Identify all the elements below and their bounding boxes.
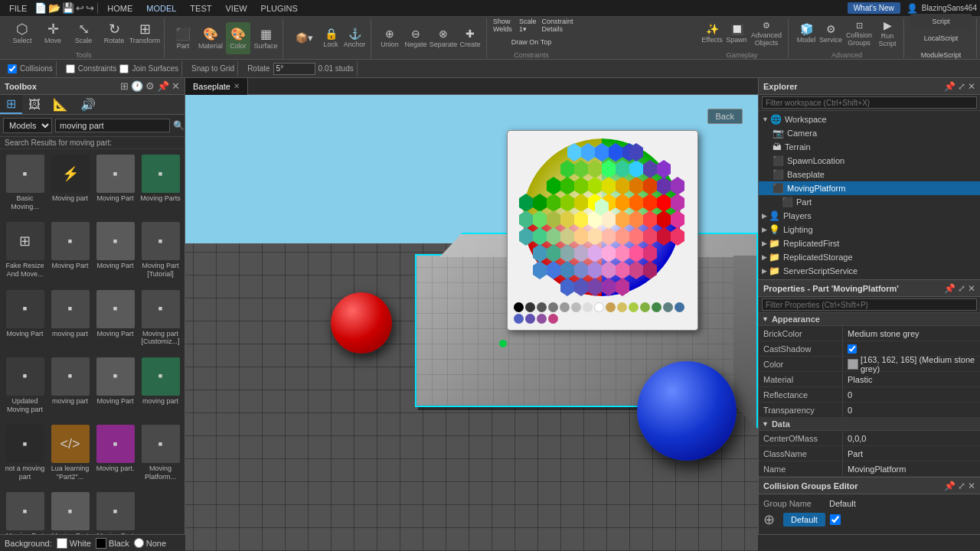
explorer-search-input[interactable] xyxy=(762,96,977,109)
menu-file[interactable]: FILE xyxy=(3,2,33,15)
swatch-dk-gray[interactable] xyxy=(525,302,535,312)
tree-expand-arrow[interactable]: ▶ xyxy=(762,226,767,233)
tool-item[interactable]: ▪Moving Platform... xyxy=(139,422,182,488)
swatch-yellow-gold[interactable] xyxy=(617,302,627,312)
swatch-white[interactable] xyxy=(594,302,604,312)
tree-expand-arrow[interactable]: ▶ xyxy=(762,267,767,275)
material-btn[interactable]: 🎨 Material xyxy=(198,22,223,54)
tree-item-replicatedstorage[interactable]: ▶📁ReplicatedStorage xyxy=(759,250,980,264)
rotate-btn[interactable]: ↻ Rotate xyxy=(100,18,129,50)
draw-on-top-btn[interactable]: Draw On Top xyxy=(508,34,554,50)
bg-black-option[interactable]: Black xyxy=(96,538,129,549)
small-green-dot[interactable] xyxy=(499,340,507,347)
undo-icon[interactable]: ↩ xyxy=(76,2,84,14)
class-name-value[interactable]: Part xyxy=(843,449,980,458)
tool-item[interactable]: ▪Moving Part xyxy=(3,288,47,354)
models-dropdown[interactable]: Models xyxy=(3,118,52,133)
tool-item[interactable]: ⊞Fake Resize And Move... xyxy=(3,220,47,285)
swatch-lighter-gray[interactable] xyxy=(571,302,581,312)
transparency-value[interactable]: 0 xyxy=(843,406,980,415)
scale-btn[interactable]: ⤡ Scale xyxy=(69,18,98,50)
join-surfaces-checkbox[interactable] xyxy=(119,64,129,73)
data-section[interactable]: ▼ Data xyxy=(759,418,980,431)
menu-plugins[interactable]: PLUGINS xyxy=(255,2,304,15)
tree-item-part[interactable]: ⬛Part xyxy=(759,195,980,209)
rotate-value-input[interactable] xyxy=(273,63,315,75)
brick-color-value[interactable]: Medium stone grey xyxy=(843,329,980,338)
bg-white-option[interactable]: White xyxy=(57,538,91,549)
group-btn[interactable]: 📦▾ xyxy=(289,22,318,54)
blue-sphere[interactable] xyxy=(637,361,737,461)
explorer-expand-icon[interactable]: ⤢ xyxy=(958,81,965,92)
cast-shadow-value[interactable] xyxy=(843,344,980,354)
swatch-yellow-green[interactable] xyxy=(629,302,639,312)
props-lock-icon[interactable]: 📌 xyxy=(944,283,956,294)
color-btn[interactable]: 🎨 Color xyxy=(226,22,250,54)
tree-expand-arrow[interactable]: ▶ xyxy=(762,240,767,247)
swatch-black[interactable] xyxy=(514,302,524,312)
whats-new-btn[interactable]: What's New xyxy=(848,2,900,14)
props-expand-icon[interactable]: ⤢ xyxy=(958,283,965,294)
negate-btn[interactable]: ⊖ Negate xyxy=(403,22,428,54)
default-group-btn[interactable]: Default xyxy=(783,513,825,527)
script-btn[interactable]: Script xyxy=(910,14,972,29)
add-collision-group-icon[interactable]: ⊕ xyxy=(763,511,779,528)
tool-item[interactable]: ▪not a moving part xyxy=(3,422,47,488)
color-wheel-svg[interactable] xyxy=(514,137,690,298)
tree-item-replicatedfirst[interactable]: ▶📁ReplicatedFirst xyxy=(759,236,980,250)
center-of-mass-value[interactable]: 0,0,0 xyxy=(843,434,980,443)
tool-item[interactable]: ▪Basic Moving... xyxy=(3,152,47,218)
anchor-btn[interactable]: ⚓ Anchor xyxy=(343,22,366,54)
tool-item[interactable]: </>Lua learning "Part2"... xyxy=(48,422,92,488)
collision-close-icon[interactable]: ✕ xyxy=(968,481,975,491)
appearance-section[interactable]: ▼ Appearance xyxy=(759,313,980,326)
toolbox-icon1[interactable]: ⊞ xyxy=(120,80,129,92)
model-btn[interactable]: 🧊 Model xyxy=(795,18,818,50)
save-icon[interactable]: 💾 xyxy=(62,2,74,14)
swatch-indigo[interactable] xyxy=(514,314,524,324)
tab-audio[interactable]: 🔊 xyxy=(74,95,102,114)
bg-white-swatch[interactable] xyxy=(57,538,67,549)
red-sphere[interactable] xyxy=(331,292,392,354)
search-input[interactable] xyxy=(55,119,170,132)
tab-close-icon[interactable]: ✕ xyxy=(234,82,240,90)
swatch-gray[interactable] xyxy=(537,302,547,312)
collision-lock-icon[interactable]: 📌 xyxy=(944,481,956,491)
part-btn[interactable]: ⬛ Part xyxy=(171,22,195,54)
run-script-btn[interactable]: ▶ Run Script xyxy=(876,18,899,50)
tree-expand-arrow[interactable]: ▶ xyxy=(762,212,767,220)
tree-item-movingplatform[interactable]: ⬛MovingPlatform xyxy=(759,181,980,195)
tool-item[interactable]: ▪Moving Part xyxy=(93,220,137,285)
tree-item-baseplate[interactable]: ⬛Baseplate xyxy=(759,168,980,181)
toolbox-icon3[interactable]: ⚙ xyxy=(145,80,155,92)
effects-btn[interactable]: ✨ Effects xyxy=(701,18,724,50)
tool-item[interactable]: ▪moving part xyxy=(139,355,182,421)
tool-item[interactable]: ▪Moving Part xyxy=(93,288,137,354)
new-icon[interactable]: 📄 xyxy=(34,2,47,14)
tool-item[interactable]: ▪Updated Moving part xyxy=(3,355,47,421)
props-search-input[interactable] xyxy=(762,298,977,311)
menu-view[interactable]: VIEW xyxy=(219,2,253,15)
swatch-purple[interactable] xyxy=(525,314,535,324)
menu-test[interactable]: TEST xyxy=(184,2,217,15)
toolbox-icon2[interactable]: 🕐 xyxy=(131,80,143,92)
viewport[interactable]: Baseplate ✕ Back xyxy=(185,78,758,551)
swatch-pink[interactable] xyxy=(548,314,558,324)
create-btn[interactable]: ✚ Create xyxy=(459,22,482,54)
cast-shadow-checkbox[interactable] xyxy=(848,344,857,354)
tree-item-serverscriptservice[interactable]: ▶📁ServerScriptService xyxy=(759,264,980,278)
swatch-teal-gray[interactable] xyxy=(663,302,673,312)
tree-item-players[interactable]: ▶👤Players xyxy=(759,209,980,223)
local-script-btn[interactable]: LocalScript xyxy=(910,31,972,46)
tab-models[interactable]: ⊞ xyxy=(0,95,22,114)
tool-item[interactable]: ▪Moving Part xyxy=(48,220,92,285)
tree-item-camera[interactable]: 📷Camera xyxy=(759,126,980,140)
redo-icon[interactable]: ↪ xyxy=(86,2,94,14)
explorer-lock-icon[interactable]: 📌 xyxy=(944,81,956,92)
transform-btn[interactable]: ⊞ Transform xyxy=(130,18,159,50)
show-welds-btn[interactable]: Show Welds xyxy=(493,18,518,33)
tool-item[interactable]: ▪Moving Parts xyxy=(139,152,182,218)
material-prop-value[interactable]: Plastic xyxy=(843,375,980,384)
name-prop-value[interactable]: MovingPlatform xyxy=(843,465,980,474)
scale-constraints-btn[interactable]: Scale 1▾ xyxy=(519,18,544,33)
